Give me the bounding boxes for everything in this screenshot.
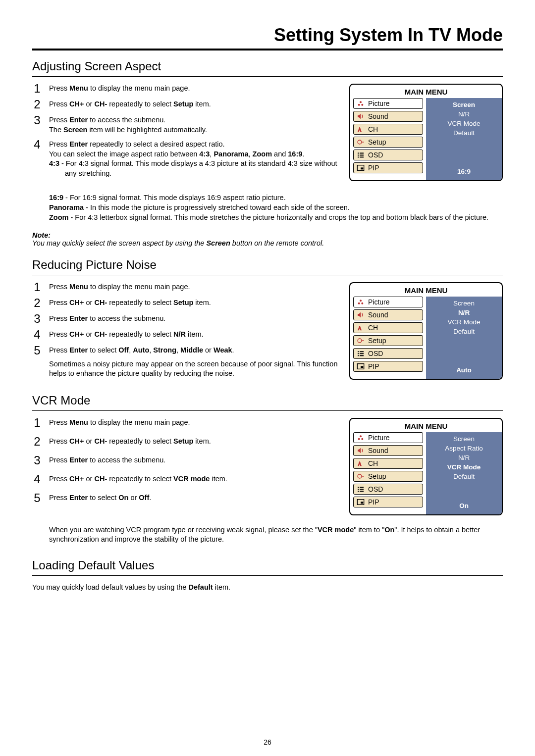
text: or (84, 437, 95, 445)
bold: Default (188, 583, 213, 591)
menu-picture[interactable]: Picture (353, 98, 423, 109)
text: - For 4:3 letterbox signal format. This … (68, 213, 488, 221)
bold: Weak (214, 346, 232, 354)
step-num-2: 2 (32, 297, 42, 309)
text: or (84, 299, 95, 306)
sound-icon (356, 112, 365, 120)
bold: On (384, 526, 394, 534)
sub-default[interactable]: Default (429, 128, 499, 138)
bold: Zoom (253, 150, 272, 158)
text: You may quickly select the screen aspect… (32, 239, 206, 247)
text: item. (193, 100, 211, 108)
menu-setup[interactable]: Setup (353, 137, 423, 148)
menu-label: Picture (368, 298, 390, 306)
menu-sound[interactable]: Sound (353, 111, 423, 122)
sub-default[interactable]: Default (429, 327, 499, 336)
ch-icon (356, 324, 365, 332)
sub-ar[interactable]: Aspect Ratio (429, 444, 499, 453)
menu-ch[interactable]: CH (353, 124, 423, 135)
text: Press (49, 346, 69, 354)
text: or (84, 330, 95, 338)
text: repeatedly to select (107, 475, 173, 483)
text: Press (49, 100, 69, 108)
text: Press (49, 494, 69, 502)
menu-pip[interactable]: PIP (353, 497, 423, 507)
menu-osd[interactable]: OSD (353, 348, 423, 359)
bold: Setup (173, 299, 193, 306)
text: . (232, 346, 234, 354)
menu-label: PIP (368, 362, 379, 370)
bold: CH- (94, 299, 107, 306)
sub-nr[interactable]: N/R (429, 453, 499, 462)
bold: CH+ (69, 330, 84, 338)
sub-screen[interactable]: Screen (429, 434, 499, 444)
text: item. (193, 299, 211, 306)
menu-label: CH (368, 459, 378, 467)
menu-ch[interactable]: CH (353, 458, 423, 469)
bold: Auto (133, 346, 149, 354)
picture-icon (356, 100, 365, 107)
text: or (203, 346, 214, 354)
sub-screen[interactable]: Screen (429, 299, 499, 308)
text: Press (49, 475, 69, 483)
sub-vcrmode[interactable]: VCR Mode (429, 462, 499, 472)
menu-ch[interactable]: CH (353, 322, 423, 333)
bold: Screen (206, 239, 230, 247)
bold: Menu (69, 418, 88, 426)
setup-icon (356, 337, 365, 345)
step-num-2: 2 (32, 99, 42, 110)
text: Press (49, 84, 69, 92)
text: You may quickly load default values by u… (32, 583, 188, 591)
menu-sound[interactable]: Sound (353, 309, 423, 320)
sub-screen[interactable]: Screen (429, 100, 499, 109)
sub-nr[interactable]: N/R (429, 308, 499, 317)
text: Press (49, 140, 69, 148)
text: . (302, 150, 304, 158)
step-num-1: 1 (32, 281, 42, 293)
sound-icon (356, 447, 365, 454)
sub-vcrmode[interactable]: VCR Mode (429, 119, 499, 128)
menu-label: OSD (368, 485, 383, 493)
menu-sound[interactable]: Sound (353, 445, 423, 456)
text: Press (49, 314, 69, 322)
menu-picture[interactable]: Picture (353, 297, 423, 307)
setup-icon (356, 472, 365, 480)
bold: Enter (69, 456, 88, 464)
text: Press (49, 299, 69, 306)
sub-nr[interactable]: N/R (429, 109, 499, 119)
text: repeatedly to select (107, 437, 173, 445)
bold: Screen (63, 126, 87, 134)
bold: Panorama (49, 203, 84, 211)
menu-osd[interactable]: OSD (353, 484, 423, 495)
menu-label: CH (368, 125, 378, 133)
menu-setup[interactable]: Setup (353, 335, 423, 346)
main-menu-box-3: MAIN MENU Picture Sound CH Setup OSD PIP… (349, 418, 503, 515)
bold: 16:9 (288, 150, 302, 158)
menu-pip[interactable]: PIP (353, 162, 423, 173)
text: - For 4:3 signal format. This mode displ… (59, 159, 337, 177)
sub-default[interactable]: Default (429, 472, 499, 481)
page-title: Setting System In TV Mode (32, 25, 503, 50)
sub-value: 16:9 (429, 164, 499, 178)
sub-vcrmode[interactable]: VCR Mode (429, 317, 499, 327)
pip-icon (356, 362, 365, 370)
step-num-1: 1 (32, 417, 42, 429)
main-menu-box-2: MAIN MENU Picture Sound CH Setup OSD PIP… (349, 282, 503, 380)
text: Press (49, 283, 69, 291)
section-title-noise: Reducing Picture Noise (32, 258, 503, 275)
menu-setup[interactable]: Setup (353, 471, 423, 482)
step-num-3: 3 (32, 313, 42, 325)
osd-icon (356, 151, 365, 159)
step-5-desc: Sometimes a noisy picture may appear on … (49, 359, 340, 379)
menu-header: MAIN MENU (350, 283, 502, 297)
menu-label: PIP (368, 164, 379, 172)
menu-pip[interactable]: PIP (353, 361, 423, 372)
bold: Zoom (49, 213, 68, 221)
menu-osd[interactable]: OSD (353, 150, 423, 160)
sub-value: Auto (429, 362, 499, 377)
menu-label: Picture (368, 434, 390, 442)
menu-label: OSD (368, 350, 383, 357)
menu-picture[interactable]: Picture (353, 432, 423, 443)
text: button on the remote control. (230, 239, 324, 247)
text: repeatedly to select (107, 330, 173, 338)
